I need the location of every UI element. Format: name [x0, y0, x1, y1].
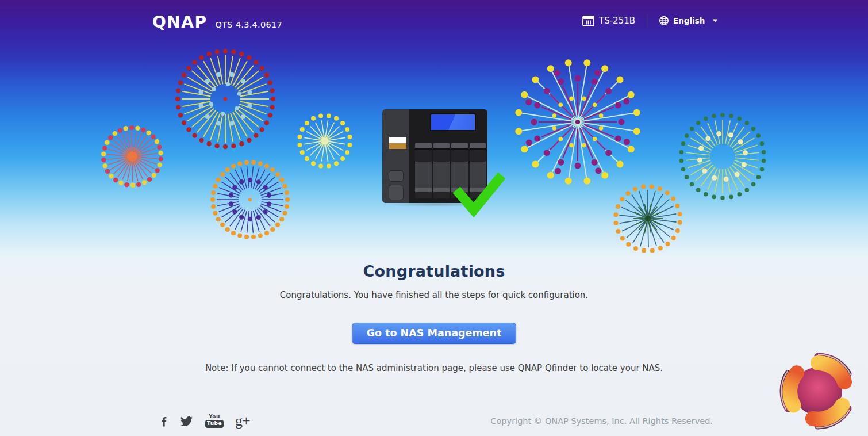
subtitle-text: Congratulations. You have finished all t…	[0, 290, 868, 300]
nas-lcd-screen	[430, 113, 476, 131]
youtube-icon[interactable]: You Tube	[205, 414, 224, 428]
header-divider	[647, 14, 647, 28]
nas-illustration	[377, 106, 509, 224]
nas-device-icon	[582, 16, 594, 26]
device-model-indicator: TS-251B	[582, 16, 635, 26]
page-title: Congratulations	[0, 262, 868, 280]
header-right: TS-251B English	[582, 14, 718, 28]
header: QNAP QTS 4.3.4.0617 TS-251B	[0, 0, 868, 41]
brand-area: QNAP QTS 4.3.4.0617	[152, 13, 282, 32]
copyright-text: Copyright © QNAP Systems, Inc. All Right…	[490, 416, 713, 426]
language-selector[interactable]: English	[659, 16, 718, 26]
social-links: You Tube g+	[159, 414, 250, 429]
language-label: English	[673, 16, 705, 25]
kitguru-watermark-logo	[774, 347, 862, 435]
footer: You Tube g+ Copyright © QNAP Systems, In…	[159, 408, 713, 434]
note-text: Note: If you cannot connect to the NAS a…	[0, 363, 868, 373]
drive-bay	[415, 143, 432, 198]
globe-icon	[659, 16, 669, 26]
qnap-logo: QNAP	[152, 13, 207, 32]
nas-usb-slot	[389, 137, 406, 149]
go-to-nas-management-button[interactable]: Go to NAS Management	[352, 323, 516, 344]
google-plus-icon[interactable]: g+	[235, 414, 250, 429]
qts-version-label: QTS 4.3.4.0617	[215, 20, 282, 29]
device-model-label: TS-251B	[599, 16, 635, 26]
success-checkmark-icon	[452, 170, 505, 219]
qts-setup-complete-page: QNAP QTS 4.3.4.0617 TS-251B	[0, 0, 868, 436]
nas-button	[389, 185, 404, 200]
twitter-icon[interactable]	[179, 415, 194, 427]
nas-button	[389, 170, 404, 182]
drive-bay	[433, 143, 450, 198]
facebook-icon[interactable]	[159, 414, 168, 429]
chevron-down-icon	[712, 19, 718, 22]
